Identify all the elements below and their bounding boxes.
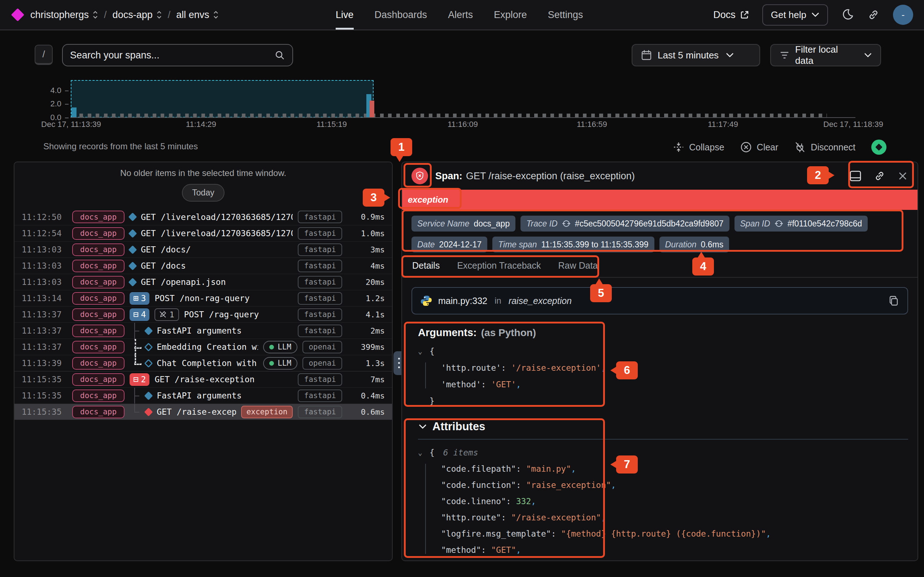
tab-explore[interactable]: Explore xyxy=(494,0,527,29)
showing-records-text: Showing records from the last 5 minutes xyxy=(43,141,198,152)
tab-alerts[interactable]: Alerts xyxy=(448,0,473,29)
crumb-separator: / xyxy=(104,10,107,21)
table-row[interactable]: 11:13:03 docs_app GET /docs fastapi 4ms xyxy=(15,258,392,274)
copy-source-button[interactable] xyxy=(888,295,900,306)
service-badge[interactable]: docs_app xyxy=(72,373,124,386)
collapse-caret-icon[interactable]: ⌄ xyxy=(418,343,426,359)
attributes-heading: Attributes xyxy=(432,420,485,433)
table-row[interactable]: 11:12:54 docs_app GET /livereload/127036… xyxy=(15,225,392,241)
table-row[interactable]: 11:15:35 docs_app FastAPI arguments fast… xyxy=(15,387,392,403)
project-name: docs-app xyxy=(113,10,153,21)
collapse-caret-icon[interactable]: ⌄ xyxy=(418,445,426,461)
code-line: "http.route": "/raise-exception", xyxy=(441,509,918,526)
table-row[interactable]: 11:13:03 docs_app GET /docs/ fastapi 3ms xyxy=(15,241,392,258)
span-duration: 0.9ms xyxy=(347,213,385,221)
service-badge[interactable]: docs_app xyxy=(72,276,124,288)
table-row[interactable]: 11:13:37 docs_app ⊟4 1 POST /rag-query f… xyxy=(15,306,392,322)
span-diamond-icon xyxy=(129,245,137,254)
project-selector[interactable]: docs-app xyxy=(113,10,162,21)
theme-toggle-button[interactable] xyxy=(841,8,854,21)
framework-badge: fastapi xyxy=(298,227,342,240)
get-help-label: Get help xyxy=(771,10,806,21)
org-selector[interactable]: christophergs xyxy=(30,10,98,21)
framework-badge: fastapi xyxy=(298,211,342,223)
time-selection-region[interactable] xyxy=(71,80,373,118)
tag-value: #c5ec5005042796e91d5db42ca9fd9807 xyxy=(575,219,724,229)
tab-dashboards[interactable]: Dashboards xyxy=(375,0,427,29)
arguments-code: ⌄ { 'http.route': '/raise-exception', 'm… xyxy=(418,343,918,409)
table-row[interactable]: 11:13:03 docs_app GET /openapi.json fast… xyxy=(15,274,392,290)
copy-link-button[interactable] xyxy=(874,170,886,182)
service-badge[interactable]: docs_app xyxy=(72,292,124,305)
service-badge[interactable]: docs_app xyxy=(72,406,124,418)
service-badge[interactable]: docs_app xyxy=(72,243,124,256)
y-tick-mark xyxy=(65,118,69,118)
table-row[interactable]: 11:13:37 docs_app Embedding Creation wit… xyxy=(15,338,392,355)
collapse-button[interactable]: Collapse xyxy=(673,142,724,153)
close-panel-button[interactable] xyxy=(897,171,908,181)
today-pill[interactable]: Today xyxy=(182,184,224,201)
tab-live[interactable]: Live xyxy=(336,0,354,29)
filter-button[interactable]: Filter local data xyxy=(770,44,881,66)
tag-label: Duration xyxy=(665,240,696,250)
span-name: Chat Completion with '… xyxy=(157,358,258,368)
expand-children-button[interactable]: ⊞3 xyxy=(129,292,149,305)
span-name: GET /docs xyxy=(141,261,293,271)
child-count: 3 xyxy=(141,293,146,303)
service-name-tag: Service Name docs_app xyxy=(412,216,515,232)
share-link-button[interactable] xyxy=(867,8,880,21)
service-badge[interactable]: docs_app xyxy=(72,308,124,321)
service-badge[interactable]: docs_app xyxy=(72,341,124,353)
tab-details[interactable]: Details xyxy=(412,258,440,278)
code-line: "code.filepath": "main.py", xyxy=(441,461,918,477)
table-row-selected[interactable]: 11:15:35 docs_app GET /raise-exception …… xyxy=(15,403,392,420)
collapse-children-button[interactable]: ⊟2 xyxy=(129,373,149,386)
service-badge[interactable]: docs_app xyxy=(72,357,124,370)
search-input[interactable] xyxy=(70,50,274,61)
collapse-children-button[interactable]: ⊟4 xyxy=(129,308,149,321)
docs-label: Docs xyxy=(713,10,736,21)
table-row[interactable]: 11:15:35 docs_app ⊟2 GET /raise-exceptio… xyxy=(15,371,392,387)
duration-tag: Duration 0.6ms xyxy=(659,237,729,253)
tag-label: Span ID xyxy=(740,219,770,229)
live-status-button[interactable] xyxy=(871,140,887,155)
service-badge[interactable]: docs_app xyxy=(72,324,124,337)
time-range-label: Last 5 minutes xyxy=(657,50,719,61)
llm-badge: LLM xyxy=(263,357,297,370)
span-duration: 399ms xyxy=(347,343,385,351)
service-badge[interactable]: docs_app xyxy=(72,211,124,223)
close-icon xyxy=(897,171,908,181)
tab-raw-data[interactable]: Raw Data xyxy=(558,258,599,278)
arguments-heading: Arguments: xyxy=(418,327,477,338)
table-row[interactable]: 11:13:37 docs_app FastAPI arguments fast… xyxy=(15,322,392,338)
table-row[interactable]: 11:13:14 docs_app ⊞3 POST /non-rag-query… xyxy=(15,290,392,306)
clear-button[interactable]: Clear xyxy=(740,141,779,153)
tab-exception-traceback[interactable]: Exception Traceback xyxy=(456,258,541,278)
attributes-header[interactable]: Attributes xyxy=(418,420,918,433)
table-row[interactable]: 11:12:50 docs_app GET /livereload/127036… xyxy=(15,209,392,225)
search-icon xyxy=(274,50,285,61)
get-help-button[interactable]: Get help xyxy=(762,4,828,26)
disconnect-button[interactable]: Disconnect xyxy=(794,141,855,153)
env-selector[interactable]: all envs xyxy=(176,10,219,21)
docs-link[interactable]: Docs xyxy=(713,10,749,21)
span-id-tag[interactable]: Span ID #f0110e542c798c6d xyxy=(735,216,868,232)
child-count: 2 xyxy=(141,375,146,384)
tab-settings[interactable]: Settings xyxy=(548,0,583,29)
code-line: "logfire.msg_template": "{method} {http.… xyxy=(441,526,918,542)
tag-value: 2024-12-17 xyxy=(439,240,482,250)
trace-id-tag[interactable]: Trace ID #c5ec5005042796e91d5db42ca9fd98… xyxy=(520,216,729,232)
logfire-logo-icon[interactable] xyxy=(11,8,24,22)
span-metadata-tags: Service Name docs_app Trace ID #c5ec5005… xyxy=(402,210,918,255)
row-time: 11:15:35 xyxy=(22,391,67,400)
time-range-button[interactable]: Last 5 minutes xyxy=(632,44,760,66)
service-badge[interactable]: docs_app xyxy=(72,390,124,402)
python-icon xyxy=(420,295,432,307)
avatar[interactable]: - xyxy=(893,5,913,25)
dock-panel-button[interactable] xyxy=(849,169,862,182)
table-row[interactable]: 11:13:39 docs_app Chat Completion with '… xyxy=(15,355,392,371)
exception-badge: exception xyxy=(241,406,293,418)
framework-badge: fastapi xyxy=(298,308,342,321)
service-badge[interactable]: docs_app xyxy=(72,259,124,272)
service-badge[interactable]: docs_app xyxy=(72,227,124,240)
